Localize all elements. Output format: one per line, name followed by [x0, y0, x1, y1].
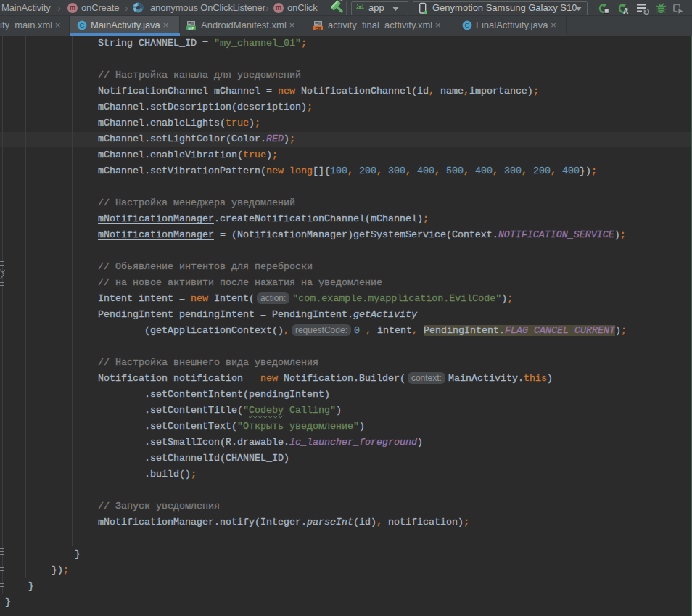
svg-text:MF: MF [188, 26, 194, 30]
svg-text:CB: CB [315, 26, 321, 30]
svg-text:C: C [465, 21, 470, 29]
svg-text:C: C [80, 21, 85, 29]
svg-text:A: A [623, 7, 628, 15]
